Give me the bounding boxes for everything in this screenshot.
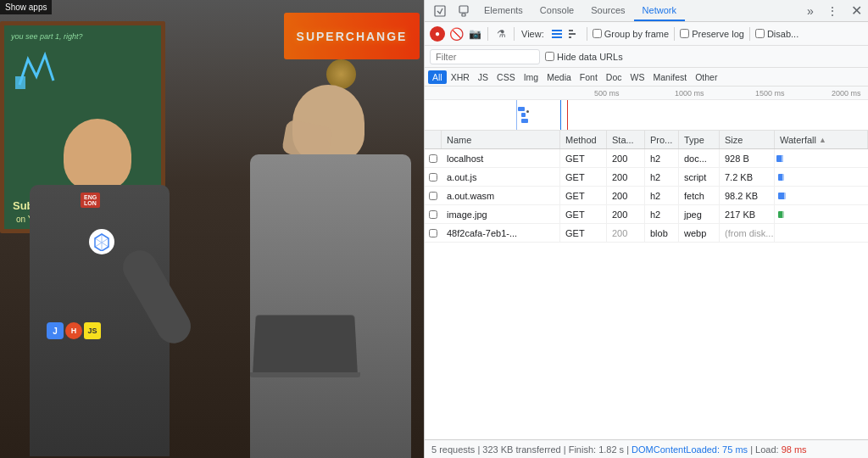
devtools-settings-icon[interactable]: ⋮ bbox=[821, 0, 844, 21]
type-filter-doc[interactable]: Doc bbox=[602, 70, 626, 84]
type-filter-manifest[interactable]: Manifest bbox=[648, 70, 691, 84]
svg-rect-1 bbox=[435, 6, 445, 16]
show-apps-bar[interactable]: Show apps bbox=[0, 0, 52, 14]
svg-rect-0 bbox=[15, 76, 25, 89]
row-checkbox-0[interactable] bbox=[429, 154, 437, 163]
td-protocol-0: h2 bbox=[645, 149, 679, 167]
type-filter-img[interactable]: Img bbox=[520, 70, 543, 84]
video-panel: you see part 1, right? Subscribe on YouT… bbox=[0, 0, 424, 458]
disable-cache-checkbox[interactable] bbox=[755, 29, 765, 38]
td-waterfall-4 bbox=[775, 224, 868, 242]
type-filter-all[interactable]: All bbox=[428, 70, 447, 84]
timeline-area: 500 ms 1000 ms 1500 ms 2000 ms bbox=[425, 87, 868, 131]
tab-sources[interactable]: Sources bbox=[582, 0, 633, 21]
hide-data-urls-checkbox[interactable] bbox=[545, 52, 554, 61]
th-protocol[interactable]: Pro... bbox=[645, 131, 679, 148]
td-status-3: 200 bbox=[607, 205, 645, 223]
tab-network[interactable]: Network bbox=[634, 0, 685, 21]
preserve-log-label[interactable]: Preserve log bbox=[680, 29, 744, 39]
type-filter-css[interactable]: CSS bbox=[492, 70, 520, 84]
filter-icon-button[interactable]: ⚗ bbox=[493, 26, 509, 42]
td-size-2: 98.2 KB bbox=[720, 187, 775, 204]
svg-rect-3 bbox=[462, 14, 465, 16]
type-filter-xhr[interactable]: XHR bbox=[447, 70, 474, 84]
row-checkbox-4[interactable] bbox=[429, 229, 437, 237]
table-row[interactable]: 48f2cafa-7eb1-... GET 200 blob webp (fro… bbox=[425, 224, 868, 243]
devtools-tabs-bar: Elements Console Sources Network » ⋮ ✕ bbox=[425, 0, 868, 22]
td-protocol-3: h2 bbox=[645, 205, 679, 223]
toolbar-divider-1 bbox=[487, 27, 488, 41]
td-type-4: webp bbox=[679, 224, 720, 242]
toolbar-divider-3 bbox=[587, 27, 587, 41]
td-waterfall-0 bbox=[775, 149, 868, 167]
devtools-close-button[interactable]: ✕ bbox=[844, 0, 868, 21]
type-filter-font[interactable]: Font bbox=[576, 70, 602, 84]
disable-cache-label[interactable]: Disab... bbox=[755, 29, 798, 39]
type-filter-js[interactable]: JS bbox=[474, 70, 492, 84]
status-requests: 5 requests bbox=[431, 444, 475, 455]
td-method-0: GET bbox=[560, 149, 607, 167]
td-type-3: jpeg bbox=[679, 205, 720, 223]
capture-screenshot-button[interactable]: 📷 bbox=[467, 26, 482, 42]
row-checkbox-2[interactable] bbox=[429, 192, 437, 200]
more-tabs-button[interactable]: » bbox=[800, 0, 821, 21]
th-type[interactable]: Type bbox=[679, 131, 720, 148]
waterfall-sort-icon: ▲ bbox=[819, 136, 826, 144]
type-filter-bar: All XHR JS CSS Img Media Font Doc WS Man… bbox=[425, 68, 868, 87]
table-row[interactable]: image.jpg GET 200 h2 jpeg 217 KB bbox=[425, 205, 868, 224]
type-filter-other[interactable]: Other bbox=[691, 70, 721, 84]
table-row[interactable]: a.out.js GET 200 h2 script 7.2 KB bbox=[425, 168, 868, 187]
svg-rect-5 bbox=[552, 33, 562, 35]
group-by-frame-checkbox[interactable] bbox=[593, 29, 602, 38]
th-method[interactable]: Method bbox=[560, 131, 607, 148]
device-icon[interactable] bbox=[452, 0, 476, 21]
tab-elements[interactable]: Elements bbox=[476, 0, 531, 21]
status-load-value: 98 ms bbox=[782, 444, 807, 455]
td-type-2: fetch bbox=[679, 187, 720, 204]
td-protocol-4: blob bbox=[645, 224, 679, 242]
td-waterfall-1 bbox=[775, 168, 868, 186]
status-load-label: Load: bbox=[755, 444, 779, 455]
td-name-0: localhost bbox=[442, 149, 560, 167]
table-row[interactable]: localhost GET 200 h2 doc... 928 B bbox=[425, 149, 868, 168]
td-protocol-2: h2 bbox=[645, 187, 679, 204]
th-status[interactable]: Sta... bbox=[607, 131, 645, 148]
th-waterfall[interactable]: Waterfall ▲ bbox=[775, 131, 868, 148]
td-method-1: GET bbox=[560, 168, 607, 186]
timeline-ruler: 500 ms 1000 ms 1500 ms 2000 ms bbox=[425, 87, 868, 100]
record-button[interactable]: ● bbox=[430, 26, 445, 42]
tab-console[interactable]: Console bbox=[531, 0, 582, 21]
view-waterfall-button[interactable] bbox=[566, 26, 581, 42]
td-protocol-1: h2 bbox=[645, 168, 679, 186]
type-filter-ws[interactable]: WS bbox=[626, 70, 649, 84]
td-method-3: GET bbox=[560, 205, 607, 223]
group-by-frame-label[interactable]: Group by frame bbox=[593, 29, 669, 39]
th-name[interactable]: Name bbox=[442, 131, 560, 148]
svg-rect-6 bbox=[552, 36, 562, 38]
th-size[interactable]: Size bbox=[720, 131, 775, 148]
toolbar-divider-4 bbox=[674, 27, 675, 41]
preserve-log-checkbox[interactable] bbox=[680, 29, 689, 38]
svg-rect-4 bbox=[552, 30, 562, 31]
filter-input[interactable] bbox=[430, 49, 540, 64]
show-apps-label: Show apps bbox=[5, 3, 47, 12]
view-list-button[interactable] bbox=[549, 26, 565, 42]
view-toggle-group bbox=[549, 26, 581, 42]
td-size-1: 7.2 KB bbox=[720, 168, 775, 186]
row-checkbox-3[interactable] bbox=[429, 210, 437, 219]
td-status-4: 200 bbox=[607, 224, 645, 242]
table-header: Name Method Sta... Pro... Type Size Wate… bbox=[425, 131, 868, 149]
hide-data-urls-label[interactable]: Hide data URLs bbox=[545, 52, 623, 62]
ruler-label-1000ms: 1000 ms bbox=[675, 89, 704, 98]
row-checkbox-1[interactable] bbox=[429, 173, 437, 182]
devtools-panel: Elements Console Sources Network » ⋮ ✕ ●… bbox=[424, 0, 868, 458]
table-row[interactable]: a.out.wasm GET 200 h2 fetch 98.2 KB bbox=[425, 187, 868, 205]
ruler-label-2000ms: 2000 ms bbox=[832, 89, 861, 98]
clear-button[interactable]: 🚫 bbox=[448, 26, 464, 42]
inspect-icon[interactable] bbox=[428, 0, 452, 21]
type-filter-media[interactable]: Media bbox=[542, 70, 576, 84]
td-method-4: GET bbox=[560, 224, 607, 242]
td-status-1: 200 bbox=[607, 168, 645, 186]
td-method-2: GET bbox=[560, 187, 607, 204]
td-name-1: a.out.js bbox=[442, 168, 560, 186]
